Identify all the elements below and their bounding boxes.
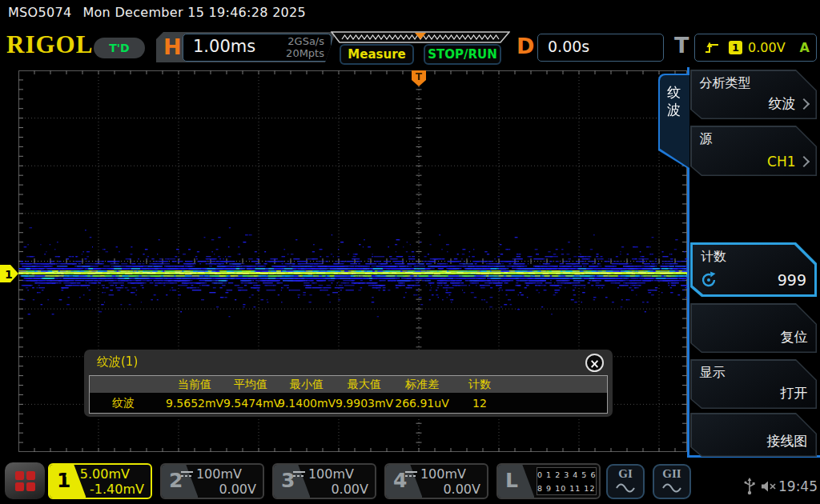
measure-button[interactable]: Measure xyxy=(340,44,414,65)
dc-coupling-icon xyxy=(405,470,417,478)
horizontal-settings-group[interactable]: H 1.00ms 2GSa/s 20Mpts xyxy=(156,32,336,62)
channel-1-offset: -1.40mV xyxy=(90,482,144,497)
sine-wave-icon xyxy=(662,483,681,493)
channel-2-button[interactable]: 2 100mV 0.00V xyxy=(160,463,264,499)
sine-wave-icon xyxy=(616,483,635,493)
knob-icon xyxy=(700,271,718,289)
clock-text: 19:45 xyxy=(778,478,818,494)
menu-item-reset[interactable]: 复位 xyxy=(690,303,817,353)
chevron-right-icon xyxy=(798,98,809,109)
val-stddev: 266.91uV xyxy=(393,397,451,410)
channel-2-offset: 0.00V xyxy=(219,482,256,497)
timebase-box[interactable]: 1.00ms 2GSa/s 20Mpts xyxy=(183,34,332,62)
rigol-logo: RIGOL xyxy=(6,30,93,59)
trigger-status-badge: T'D xyxy=(94,38,145,58)
main-menu-button[interactable] xyxy=(5,462,45,499)
channel-1-button[interactable]: 1 ~5.00mV -1.40mV xyxy=(48,463,152,499)
col-stddev: 标准差 xyxy=(393,378,451,392)
val-min: 9.1400mV xyxy=(278,397,336,410)
display-label: 显示 xyxy=(700,365,726,382)
delay-value: 0.00s xyxy=(548,38,589,55)
source-label: 源 xyxy=(700,131,713,148)
channel-2-scale: 100mV xyxy=(196,466,242,482)
col-count: 计数 xyxy=(451,378,508,392)
tab-label: 纹波 xyxy=(658,83,689,118)
sample-rate-memory: 2GSa/s 20Mpts xyxy=(286,35,324,59)
dc-coupling-icon xyxy=(293,470,305,478)
logic-label: L xyxy=(505,469,518,492)
count-value: 999 xyxy=(778,271,806,289)
delay-label: D xyxy=(517,34,534,58)
status-bar: MSO5074Mon December 15 19:46:28 2025 xyxy=(8,5,306,20)
col-max: 最大值 xyxy=(336,378,393,392)
speaker-muted-icon[interactable] xyxy=(761,480,777,493)
val-count: 12 xyxy=(451,397,508,410)
analysis-type-label: 分析类型 xyxy=(700,75,751,92)
count-label: 计数 xyxy=(701,249,726,266)
model-name: MSO5074 xyxy=(8,5,71,20)
menu-item-wiring-diagram[interactable]: 接线图 xyxy=(690,413,817,457)
logic-channels-button[interactable]: L 0 1 2 3 4 5 6 7 8 9 10 11 12 13 14 15 xyxy=(496,463,601,499)
channel1-level-marker[interactable]: 1 xyxy=(0,265,18,282)
table-row: 纹波 9.5652mV 9.5474mV 9.1400mV 9.9903mV 2… xyxy=(90,393,607,413)
trigger-source-badge: 1 xyxy=(729,41,742,54)
measurement-popup: 纹波(1) × 当前值 平均值 最小值 最大值 标准差 计数 纹波 9.5652… xyxy=(84,350,613,417)
channel-4-button[interactable]: 4 100mV 0.00V xyxy=(384,463,488,499)
col-min: 最小值 xyxy=(278,378,336,392)
trigger-slope-icon xyxy=(705,41,719,54)
chevron-right-icon xyxy=(798,156,809,167)
memory-depth: 20Mpts xyxy=(286,47,324,59)
record-position-indicator[interactable] xyxy=(331,31,510,44)
trigger-position-marker[interactable]: T xyxy=(412,70,426,87)
channel-1-scale: 5.00mV xyxy=(80,466,130,482)
channel-4-offset: 0.00V xyxy=(443,482,480,497)
val-average: 9.5474mV xyxy=(223,397,278,410)
channel-4-scale: 100mV xyxy=(420,466,466,482)
trigger-label: T xyxy=(674,33,689,58)
source-value: CH1 xyxy=(767,154,795,170)
oscilloscope-screen: { "statusbar": { "model": "MSO5074", "da… xyxy=(0,0,820,504)
svg-text:T: T xyxy=(416,71,423,82)
delay-box[interactable]: 0.00s xyxy=(537,34,664,62)
trigger-box[interactable]: 1 0.00V A xyxy=(694,34,817,62)
analysis-type-value: 纹波 xyxy=(769,94,796,113)
menu-item-source[interactable]: 源 CH1 xyxy=(690,126,817,176)
dc-coupling-icon xyxy=(181,470,193,478)
channel-3-offset: 0.00V xyxy=(331,482,368,497)
popup-title: 纹波(1) xyxy=(97,354,138,370)
display-value: 打开 xyxy=(781,384,808,402)
datetime-text: Mon December 15 19:46:28 2025 xyxy=(82,5,306,20)
stop-run-button[interactable]: STOP/RUN xyxy=(424,44,501,65)
svg-text:1: 1 xyxy=(5,268,13,281)
usb-icon xyxy=(743,478,756,495)
sample-rate: 2GSa/s xyxy=(286,35,324,47)
reset-label: 复位 xyxy=(781,328,808,346)
menu-item-analysis-type[interactable]: 分析类型 纹波 xyxy=(690,70,817,119)
generator-1-button[interactable]: GI xyxy=(606,464,645,499)
timebase-value: 1.00ms xyxy=(193,37,255,56)
horizontal-label: H xyxy=(163,34,182,59)
measurement-table: 当前值 平均值 最小值 最大值 标准差 计数 纹波 9.5652mV 9.547… xyxy=(89,375,608,414)
val-max: 9.9903mV xyxy=(336,397,393,410)
table-header-row: 当前值 平均值 最小值 最大值 标准差 计数 xyxy=(90,376,607,393)
wiring-diagram-label: 接线图 xyxy=(767,432,808,450)
val-current: 9.5652mV xyxy=(166,397,223,410)
generator-2-button[interactable]: GII xyxy=(653,464,691,499)
channel-3-scale: 100mV xyxy=(308,466,354,482)
logic-channel-numbers: 0 1 2 3 4 5 6 7 8 9 10 11 12 13 14 15 xyxy=(537,467,597,495)
col-current: 当前值 xyxy=(166,378,223,392)
close-icon[interactable]: × xyxy=(585,354,604,372)
channel-3-button[interactable]: 3 100mV 0.00V xyxy=(272,463,376,499)
tab-ripple-menu[interactable]: 纹波 xyxy=(658,74,689,170)
ac-coupling-icon: ~ xyxy=(64,470,77,478)
row-name: 纹波 xyxy=(90,396,166,410)
menu-item-count[interactable]: 计数 999 xyxy=(690,242,817,297)
acquire-mode-indicator: A xyxy=(800,40,810,55)
col-average: 平均值 xyxy=(223,378,278,392)
trigger-level-value: 0.00V xyxy=(748,40,786,55)
menu-item-display[interactable]: 显示 打开 xyxy=(690,359,817,409)
